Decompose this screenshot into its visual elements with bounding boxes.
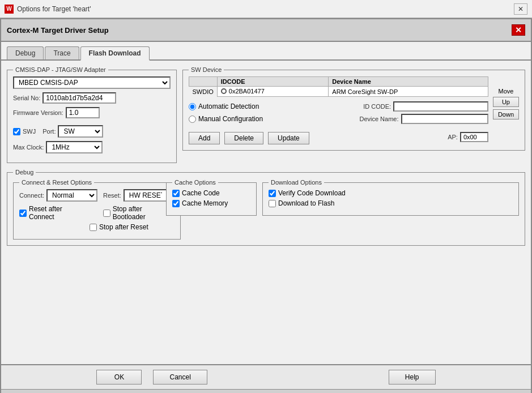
reset-after-connect-label: Reset after Connect xyxy=(29,205,87,221)
max-clock-row: Max Clock: 1MHz 2MHz 4MHz 8MHz xyxy=(13,141,171,153)
ap-label: AP: xyxy=(448,134,458,140)
download-to-flash-label: Download to Flash xyxy=(278,199,334,207)
stop-after-reset-checkbox[interactable] xyxy=(90,224,97,231)
auto-detect-radio[interactable] xyxy=(189,103,196,110)
download-to-flash-checkbox[interactable] xyxy=(269,200,276,207)
connect-reset-panel: Connect & Reset Options Connect: Normal … xyxy=(13,179,160,240)
sw-device-legend: SW Device xyxy=(189,66,224,73)
cache-memory-checkbox[interactable] xyxy=(172,200,180,207)
debug-section: Debug Connect & Reset Options Connect: N… xyxy=(7,169,525,246)
reset-after-connect-checkbox[interactable] xyxy=(19,210,27,217)
update-button[interactable]: Update xyxy=(268,132,309,144)
connect-reset-fieldset: Connect & Reset Options Connect: Normal … xyxy=(13,179,181,240)
port-label: Port: xyxy=(42,128,56,135)
dialog-close-button[interactable]: ✕ xyxy=(512,24,525,36)
swj-port-row: SWJ Port: SW JTAG xyxy=(13,125,171,138)
cache-code-label: Cache Code xyxy=(182,189,220,197)
cmsis-dap-fieldset: CMSIS-DAP - JTAG/SW Adapter MBED CMSIS-D… xyxy=(7,66,177,163)
swdio-label: SWDIO xyxy=(189,87,218,97)
detection-section: Automatic Detection ID CODE: Manual Conf… xyxy=(189,101,488,124)
verify-code-label: Verify Code Download xyxy=(278,189,346,197)
max-clock-label: Max Clock: xyxy=(13,144,44,151)
reset-after-connect-row: Reset after Connect Stop after Bootloade… xyxy=(19,205,175,221)
tab-trace[interactable]: Trace xyxy=(45,46,79,59)
down-button[interactable]: Down xyxy=(493,109,519,119)
debug-fieldset: Debug Connect & Reset Options Connect: N… xyxy=(7,169,525,246)
cache-options-fieldset: Cache Options Cache Code Cache Memory xyxy=(166,179,257,216)
cmsis-dap-legend: CMSIS-DAP - JTAG/SW Adapter xyxy=(13,66,108,73)
swj-label: SWJ xyxy=(23,128,36,135)
window-close-button[interactable]: ✕ xyxy=(514,3,527,15)
download-options-fieldset: Download Options Verify Code Download Do… xyxy=(262,179,519,216)
th-device-name: Device Name xyxy=(329,77,488,87)
dialog-content: CMSIS-DAP - JTAG/SW Adapter MBED CMSIS-D… xyxy=(1,61,531,364)
cache-options-legend: Cache Options xyxy=(172,179,218,186)
serial-label: Serial No: xyxy=(13,95,40,101)
sw-device-table: IDCODE Device Name SWDIO xyxy=(189,76,488,97)
sw-device-inner: IDCODE Device Name SWDIO xyxy=(189,76,519,144)
stop-after-bootloader-label: Stop after Bootloader xyxy=(113,205,175,221)
adapter-select[interactable]: MBED CMSIS-DAP xyxy=(13,76,171,89)
title-bar: W Options for Target 'heart' ✕ xyxy=(0,0,532,18)
ap-input[interactable] xyxy=(460,132,488,142)
download-options-legend: Download Options xyxy=(269,179,324,186)
swj-checkbox[interactable] xyxy=(13,128,20,135)
cache-memory-label: Cache Memory xyxy=(182,199,228,207)
cancel-button[interactable]: Cancel xyxy=(153,370,207,385)
serial-input[interactable] xyxy=(42,92,116,104)
th-idcode: IDCODE xyxy=(217,77,329,87)
ok-button[interactable]: OK xyxy=(96,370,142,385)
cmsis-dap-panel: CMSIS-DAP - JTAG/SW Adapter MBED CMSIS-D… xyxy=(7,66,177,163)
firmware-input[interactable] xyxy=(66,107,100,118)
debug-inner: Connect & Reset Options Connect: Normal … xyxy=(13,179,519,240)
help-button[interactable]: Help xyxy=(389,370,436,385)
table-row[interactable]: SWDIO 0x2BA01477 ARM CoreSight SW-DP xyxy=(189,87,488,97)
id-code-input[interactable] xyxy=(393,101,488,112)
device-name-label: Device Name: xyxy=(359,116,398,122)
sw-device-fieldset: SW Device IDCODE Device Name xyxy=(182,66,525,151)
cache-code-checkbox[interactable] xyxy=(172,190,180,197)
up-button[interactable]: Up xyxy=(493,97,519,107)
manual-config-label: Manual Configuration xyxy=(198,115,263,123)
idcode-value: 0x2BA01477 xyxy=(229,88,265,95)
dialog-header: Cortex-M Target Driver Setup ✕ xyxy=(1,19,531,42)
auto-detect-label: Automatic Detection xyxy=(198,102,259,110)
th-swdio xyxy=(189,77,218,87)
dialog-buttons: OK Cancel Help xyxy=(1,364,531,389)
delete-button[interactable]: Delete xyxy=(224,132,263,144)
ap-row: AP: xyxy=(448,132,488,142)
download-to-flash-row: Download to Flash xyxy=(269,199,513,207)
connect-row: Connect: Normal with Pre-reset under Res… xyxy=(19,189,175,202)
max-clock-select[interactable]: 1MHz 2MHz 4MHz 8MHz xyxy=(46,141,103,153)
action-buttons: Add Delete Update xyxy=(189,132,309,144)
idcode-cell: 0x2BA01477 xyxy=(217,87,329,97)
sw-table-area: IDCODE Device Name SWDIO xyxy=(189,76,488,144)
manual-config-radio[interactable] xyxy=(189,116,196,123)
stop-after-reset-row: Stop after Reset xyxy=(19,223,175,231)
tab-flash-download[interactable]: Flash Download xyxy=(80,46,150,61)
debug-legend: Debug xyxy=(13,169,36,176)
device-name-input[interactable] xyxy=(401,114,488,124)
add-button[interactable]: Add xyxy=(189,132,220,144)
cache-code-row: Cache Code xyxy=(172,189,250,197)
window-title: Options for Target 'heart' xyxy=(17,5,510,13)
tab-debug[interactable]: Debug xyxy=(7,46,44,59)
reset-label: Reset: xyxy=(103,192,121,199)
stop-after-bootloader-checkbox[interactable] xyxy=(103,210,110,217)
firmware-label: Firmware Version: xyxy=(13,109,63,116)
dialog-title: Cortex-M Target Driver Setup xyxy=(7,26,512,35)
id-code-label: ID CODE: xyxy=(363,103,391,110)
serial-row: Serial No: xyxy=(13,92,171,104)
port-select[interactable]: SW JTAG xyxy=(58,125,103,138)
move-label: Move xyxy=(493,88,519,95)
manual-config-row: Manual Configuration Device Name: xyxy=(189,114,488,124)
connect-select[interactable]: Normal with Pre-reset under Reset Connec… xyxy=(46,189,97,202)
cache-memory-row: Cache Memory xyxy=(172,199,250,207)
adapter-row: MBED CMSIS-DAP xyxy=(13,76,171,89)
firmware-row: Firmware Version: xyxy=(13,107,171,118)
stop-after-reset-label: Stop after Reset xyxy=(99,223,148,231)
cache-options-panel: Cache Options Cache Code Cache Memory xyxy=(166,179,257,240)
verify-code-checkbox[interactable] xyxy=(269,190,276,197)
bottom-bar: OK Cancel Defaults Help xyxy=(1,389,531,393)
connect-reset-legend: Connect & Reset Options xyxy=(19,179,94,186)
